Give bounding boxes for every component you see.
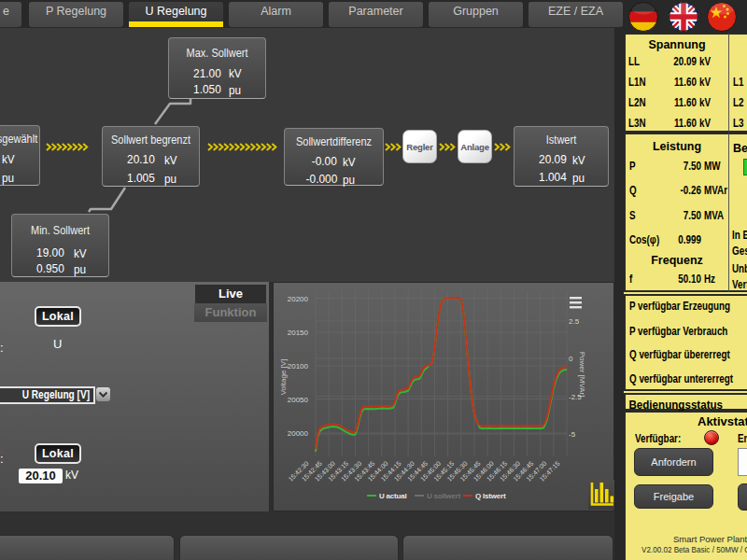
svg-text:Voltage [V]: Voltage [V] xyxy=(279,359,288,396)
svg-text:Q Istwert: Q Istwert xyxy=(475,492,506,500)
svg-text:0: 0 xyxy=(569,355,573,363)
svg-text:U sollwert: U sollwert xyxy=(427,492,461,500)
svg-text:20050: 20050 xyxy=(288,396,309,404)
svg-text:U actual: U actual xyxy=(379,492,407,500)
svg-text:20200: 20200 xyxy=(288,295,309,303)
svg-text:-5: -5 xyxy=(569,430,576,439)
svg-text:2.5: 2.5 xyxy=(569,317,580,326)
svg-text:20100: 20100 xyxy=(288,362,309,371)
svg-text:Power [MVAr]: Power [MVAr] xyxy=(578,352,586,398)
svg-text:20150: 20150 xyxy=(288,329,309,337)
svg-text:20000: 20000 xyxy=(288,429,309,438)
